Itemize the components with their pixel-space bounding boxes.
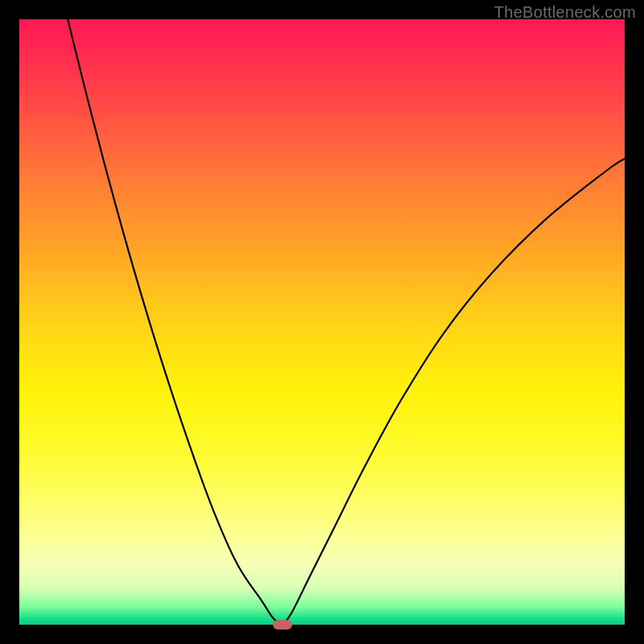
bottleneck-curve bbox=[19, 19, 625, 625]
plot-area bbox=[19, 19, 625, 625]
target-marker bbox=[273, 620, 292, 630]
chart-frame: TheBottleneck.com bbox=[0, 0, 644, 644]
watermark-text: TheBottleneck.com bbox=[494, 3, 636, 22]
curve-right bbox=[283, 159, 625, 625]
curve-left bbox=[68, 19, 283, 625]
